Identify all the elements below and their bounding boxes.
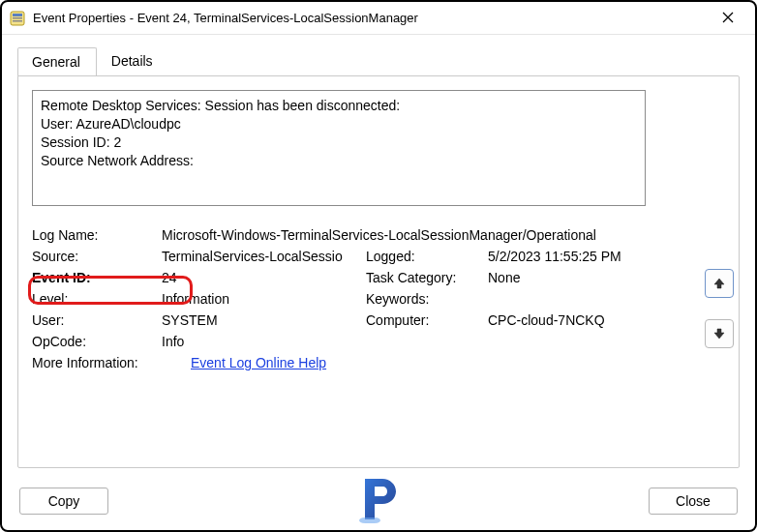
general-panel: Remote Desktop Services: Session has bee… [17, 75, 740, 468]
value-opcode: Info [162, 334, 681, 349]
label-user: User: [32, 312, 156, 328]
label-source: Source: [32, 249, 156, 264]
close-dialog-button[interactable]: Close [649, 488, 738, 515]
value-logname: Microsoft-Windows-TerminalServices-Local… [162, 227, 681, 243]
link-eventlog-help[interactable]: Event Log Online Help [191, 355, 326, 370]
label-eventid: Event ID: [32, 270, 156, 285]
label-level: Level: [32, 291, 156, 307]
arrow-down-icon [712, 327, 726, 340]
event-description[interactable]: Remote Desktop Services: Session has bee… [32, 90, 646, 206]
label-logname: Log Name: [32, 227, 156, 243]
bottom-buttons: Copy Close [19, 488, 738, 515]
prev-event-button[interactable] [705, 269, 734, 298]
details-grid: Log Name: Microsoft-Windows-TerminalServ… [32, 227, 725, 370]
close-icon [722, 12, 734, 23]
value-source: TerminalServices-LocalSessio [162, 249, 360, 264]
label-computer: Computer: [366, 312, 482, 328]
desc-line: Session ID: 2 [41, 133, 637, 152]
desc-line: User: AzureAD\cloudpc [41, 115, 637, 133]
desc-line: Source Network Address: [41, 152, 637, 170]
arrow-up-icon [712, 277, 726, 290]
svg-rect-1 [13, 14, 22, 16]
value-level: Information [162, 291, 360, 307]
content-area: General Details Remote Desktop Services:… [2, 35, 755, 530]
close-button[interactable] [709, 10, 747, 27]
nav-buttons [705, 269, 734, 348]
value-taskcategory: None [488, 270, 681, 285]
value-eventid: 24 [162, 270, 360, 285]
desc-line: Remote Desktop Services: Session has bee… [41, 97, 637, 115]
label-keywords: Keywords: [366, 291, 482, 307]
titlebar: Event Properties - Event 24, TerminalSer… [2, 2, 755, 35]
svg-rect-3 [13, 20, 22, 22]
label-moreinfo: More Information: [32, 355, 156, 370]
next-event-button[interactable] [705, 319, 734, 348]
app-icon [10, 11, 25, 26]
copy-button[interactable]: Copy [19, 488, 108, 515]
tabs: General Details [17, 46, 740, 75]
svg-rect-2 [13, 17, 22, 19]
tab-details[interactable]: Details [97, 46, 169, 75]
tab-general[interactable]: General [17, 47, 97, 76]
label-opcode: OpCode: [32, 334, 156, 349]
window-title: Event Properties - Event 24, TerminalSer… [33, 11, 709, 25]
value-logged: 5/2/2023 11:55:25 PM [488, 249, 681, 264]
label-logged: Logged: [366, 249, 482, 264]
value-user: SYSTEM [162, 312, 360, 328]
label-taskcategory: Task Category: [366, 270, 482, 285]
value-computer: CPC-cloud-7NCKQ [488, 312, 681, 328]
